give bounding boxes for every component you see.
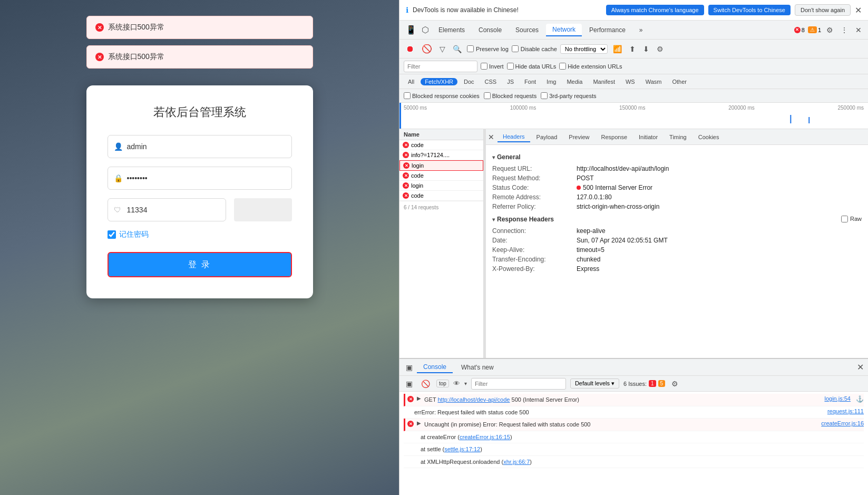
settle-link[interactable]: settle.js:17:12 <box>444 446 480 452</box>
details-tab-response[interactable]: Response <box>596 132 632 142</box>
raw-checkbox[interactable] <box>841 216 848 222</box>
disable-cache-checkbox[interactable] <box>512 45 519 52</box>
invert-label[interactable]: Invert <box>481 63 504 70</box>
console-source-2[interactable]: request.js:111 <box>827 408 864 414</box>
type-ws[interactable]: WS <box>621 78 639 85</box>
console-subrow-3: at XMLHttpRequest.onloadend (xhr.js:66:7… <box>404 456 864 469</box>
tab-sources[interactable]: Sources <box>509 24 545 36</box>
switch-to-chinese-button[interactable]: Switch DevTools to Chinese <box>708 5 791 15</box>
type-manifest[interactable]: Manifest <box>589 78 619 85</box>
always-match-button[interactable]: Always match Chrome's language <box>606 5 704 15</box>
type-other[interactable]: Other <box>668 78 691 85</box>
captcha-image[interactable] <box>234 198 292 221</box>
device-toolbar-icon[interactable]: 📱 <box>404 24 418 36</box>
console-tab-whats-new[interactable]: What's new <box>455 362 500 373</box>
throttle-select[interactable]: No throttling <box>560 44 608 54</box>
disable-cache-label[interactable]: Disable cache <box>512 45 557 52</box>
network-row-info[interactable]: ✕ info?=17124.... <box>399 150 483 160</box>
type-media[interactable]: Media <box>562 78 587 85</box>
row-error-icon: ✕ <box>403 182 409 189</box>
console-panel-icon[interactable]: ▣ <box>404 362 415 373</box>
hide-data-urls-checkbox[interactable] <box>507 63 514 70</box>
more-options-icon[interactable]: ⋮ <box>838 25 850 35</box>
network-row-code-2[interactable]: ✕ code <box>399 171 483 181</box>
row-name: info?=17124.... <box>411 152 450 158</box>
tab-more[interactable]: » <box>633 24 649 36</box>
settings-icon[interactable]: ⚙ <box>824 25 835 35</box>
details-tab-initiator[interactable]: Initiator <box>633 132 663 142</box>
tab-network[interactable]: Network <box>546 24 582 36</box>
details-content: ▾ General Request URL: http://localhost/… <box>486 145 868 358</box>
password-input[interactable] <box>108 167 292 190</box>
hide-data-urls-label[interactable]: Hide data URLs <box>507 63 557 70</box>
blocked-cookies-label[interactable]: Blocked response cookies <box>404 92 480 99</box>
dont-show-again-button[interactable]: Don't show again <box>795 4 851 16</box>
general-collapse-icon[interactable]: ▾ <box>492 154 495 160</box>
search-icon[interactable]: 🔍 <box>451 44 464 54</box>
xhr-link[interactable]: xhr.js:66:7 <box>503 459 530 465</box>
details-tab-headers[interactable]: Headers <box>498 132 530 142</box>
username-input[interactable] <box>108 135 292 158</box>
tab-performance[interactable]: Performance <box>583 24 632 36</box>
details-tab-cookies[interactable]: Cookies <box>693 132 725 142</box>
expand-icon-1[interactable]: ▶ <box>417 395 421 401</box>
console-clear-icon[interactable]: 🚫 <box>419 378 432 389</box>
eye-icon[interactable]: 👁 <box>453 380 460 387</box>
create-error-link[interactable]: createError.js:16:15 <box>460 434 510 440</box>
default-levels-button[interactable]: Default levels ▾ <box>570 378 619 389</box>
type-fetch-xhr[interactable]: Fetch/XHR <box>421 78 457 85</box>
notification-close-button[interactable]: ✕ <box>855 5 862 15</box>
console-tab-console[interactable]: Console <box>417 362 453 373</box>
blocked-requests-label[interactable]: Blocked requests <box>484 92 537 99</box>
preserve-log-label[interactable]: Preserve log <box>467 45 509 52</box>
clear-icon[interactable]: 🚫 <box>420 43 434 55</box>
remember-checkbox[interactable] <box>108 230 116 239</box>
upload-icon[interactable]: ⬆ <box>627 44 638 54</box>
third-party-label[interactable]: 3rd-party requests <box>541 92 596 99</box>
console-filter-input[interactable] <box>471 378 566 390</box>
network-row-code-1[interactable]: ✕ code <box>399 140 483 150</box>
response-headers-collapse-icon[interactable]: ▾ <box>492 217 495 222</box>
details-tab-timing[interactable]: Timing <box>664 132 692 142</box>
download-icon[interactable]: ⬇ <box>641 44 651 54</box>
type-font[interactable]: Font <box>520 78 540 85</box>
more-settings-icon[interactable]: ⚙ <box>655 44 666 54</box>
wifi-icon[interactable]: 📶 <box>611 44 624 54</box>
console-source-1[interactable]: login.js:54 <box>824 395 851 402</box>
network-row-login-1[interactable]: ✕ login <box>399 160 483 171</box>
captcha-input[interactable] <box>108 198 226 221</box>
record-icon[interactable]: ⏺ <box>404 43 416 55</box>
details-tab-preview[interactable]: Preview <box>563 132 594 142</box>
preserve-log-checkbox[interactable] <box>467 45 474 52</box>
console-close-button[interactable]: ✕ <box>857 362 864 372</box>
hide-extension-urls-label[interactable]: Hide extension URLs <box>559 63 622 70</box>
close-details-button[interactable]: ✕ <box>488 133 494 141</box>
hide-extension-urls-checkbox[interactable] <box>559 63 566 70</box>
type-css[interactable]: CSS <box>481 78 501 85</box>
raw-label[interactable]: Raw <box>841 216 862 222</box>
third-party-checkbox[interactable] <box>541 92 548 99</box>
type-js[interactable]: JS <box>503 78 518 85</box>
console-source-3[interactable]: createError.js:16 <box>821 420 864 426</box>
network-row-code-3[interactable]: ✕ code <box>399 191 483 201</box>
blocked-requests-checkbox[interactable] <box>484 92 491 99</box>
type-doc[interactable]: Doc <box>460 78 479 85</box>
login-button[interactable]: 登 录 <box>108 252 292 277</box>
filter-input[interactable] <box>404 61 477 72</box>
inspect-icon[interactable]: ⬡ <box>420 24 431 36</box>
tab-elements[interactable]: Elements <box>432 24 471 36</box>
console-settings-icon[interactable]: ▣ <box>404 378 415 389</box>
blocked-cookies-checkbox[interactable] <box>404 92 411 99</box>
tab-console[interactable]: Console <box>472 24 508 36</box>
type-img[interactable]: Img <box>542 78 560 85</box>
filter-icon[interactable]: ▽ <box>437 44 447 54</box>
type-wasm[interactable]: Wasm <box>641 78 666 85</box>
network-row-login-2[interactable]: ✕ login <box>399 181 483 191</box>
details-tab-payload[interactable]: Payload <box>531 132 563 142</box>
close-devtools-icon[interactable]: ✕ <box>853 25 864 35</box>
expand-icon-3[interactable]: ▶ <box>417 420 421 426</box>
invert-checkbox[interactable] <box>481 63 487 70</box>
type-all[interactable]: All <box>404 78 418 85</box>
console-gear-icon[interactable]: ⚙ <box>669 378 680 389</box>
console-link-1[interactable]: http://localhost/dev-api/code <box>437 396 510 403</box>
